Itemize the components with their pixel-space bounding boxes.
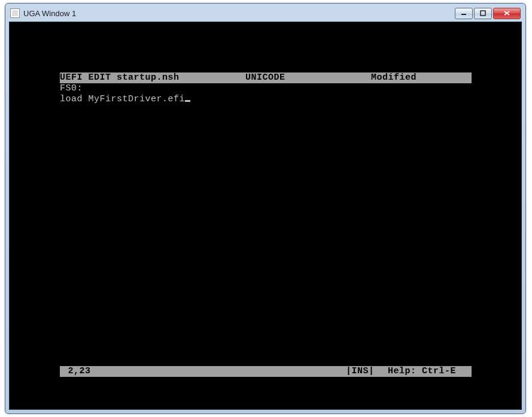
editor-line[interactable]: load MyFirstDriver.efi (60, 94, 472, 105)
minimize-icon (461, 10, 467, 16)
minimize-button[interactable] (455, 8, 473, 19)
text-cursor (185, 100, 190, 102)
window-controls (455, 8, 521, 19)
editor-line-text: load MyFirstDriver.efi (60, 94, 185, 104)
window-title: UGA Window 1 (23, 9, 455, 18)
editor-header-file: UEFI EDIT startup.nsh (60, 72, 245, 83)
window-frame: UGA Window 1 UEFI EDIT startup.nsh UNICO… (5, 3, 526, 414)
editor-line[interactable]: FS0: (60, 83, 472, 94)
editor-header-status: Modified (371, 72, 472, 83)
editor-header-encoding: UNICODE (245, 72, 371, 83)
editor-mode: |INS| (346, 366, 388, 377)
svg-rect-1 (481, 11, 485, 16)
close-button[interactable] (493, 8, 521, 19)
maximize-button[interactable] (474, 8, 492, 19)
close-icon (503, 10, 510, 16)
titlebar[interactable]: UGA Window 1 (9, 7, 522, 22)
editor-header: UEFI EDIT startup.nsh UNICODE Modified (60, 72, 472, 83)
terminal-client-area[interactable]: UEFI EDIT startup.nsh UNICODE Modified F… (9, 22, 522, 410)
svg-rect-0 (461, 14, 466, 15)
maximize-icon (480, 10, 486, 16)
editor-footer: 2,23 |INS| Help: Ctrl-E (60, 366, 472, 377)
editor-viewport: UEFI EDIT startup.nsh UNICODE Modified F… (60, 72, 472, 105)
editor-help-hint: Help: Ctrl-E (388, 366, 472, 377)
cursor-position: 2,23 (60, 366, 346, 377)
app-icon (10, 8, 20, 18)
